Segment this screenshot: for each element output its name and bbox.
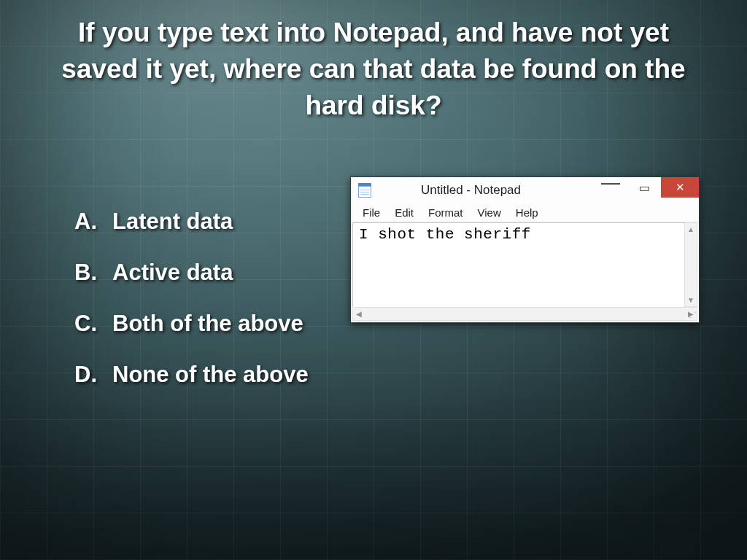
text-area[interactable]: I shot the sheriff <box>352 222 697 321</box>
answer-letter: A. <box>74 209 112 235</box>
answer-letter: C. <box>74 311 112 337</box>
answer-letter: D. <box>74 362 112 388</box>
answer-text: Active data <box>112 260 233 286</box>
answer-list: A. Latent data B. Active data C. Both of… <box>74 209 309 413</box>
notepad-window: Untitled - Notepad — ▭ ✕ File Edit Forma… <box>350 176 700 323</box>
vertical-scrollbar[interactable]: ▲ ▼ <box>684 222 697 307</box>
menubar: File Edit Format View Help <box>351 203 699 222</box>
answer-option[interactable]: A. Latent data <box>74 209 309 235</box>
menu-edit[interactable]: Edit <box>387 206 421 219</box>
horizontal-scrollbar[interactable]: ◀ ▶ <box>352 307 697 321</box>
answer-letter: B. <box>74 260 112 286</box>
close-button[interactable]: ✕ <box>661 177 699 198</box>
answer-text: Both of the above <box>112 311 303 337</box>
menu-help[interactable]: Help <box>508 206 546 219</box>
minimize-button[interactable]: — <box>594 177 627 198</box>
answer-option[interactable]: D. None of the above <box>74 362 309 388</box>
answer-option[interactable]: C. Both of the above <box>74 311 309 337</box>
resize-grip-icon[interactable]: ⋰ <box>686 310 697 320</box>
scroll-left-icon[interactable]: ◀ <box>356 310 362 318</box>
menu-view[interactable]: View <box>471 206 508 219</box>
titlebar[interactable]: Untitled - Notepad — ▭ ✕ <box>351 177 699 203</box>
notepad-icon <box>358 183 371 198</box>
menu-format[interactable]: Format <box>421 206 471 219</box>
answer-text: Latent data <box>112 209 233 235</box>
menu-file[interactable]: File <box>355 206 387 219</box>
maximize-button[interactable]: ▭ <box>627 177 661 198</box>
answer-text: None of the above <box>112 362 309 388</box>
scroll-up-icon[interactable]: ▲ <box>687 225 694 233</box>
scroll-down-icon[interactable]: ▼ <box>687 296 694 304</box>
answer-option[interactable]: B. Active data <box>74 260 309 286</box>
question-text: If you type text into Notepad, and have … <box>44 15 703 124</box>
window-title: Untitled - Notepad <box>377 183 594 198</box>
